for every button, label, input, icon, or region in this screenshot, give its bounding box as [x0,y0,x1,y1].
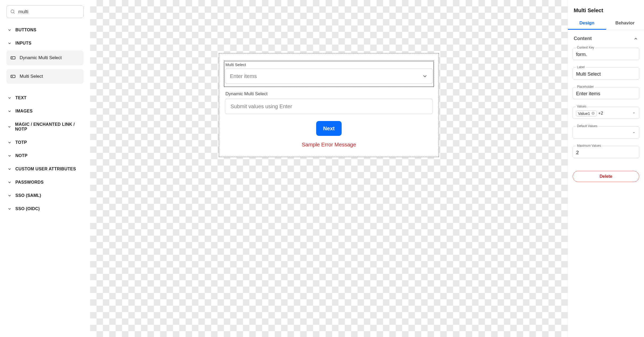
section-header-inputs[interactable]: INPUTS [6,38,84,49]
max-values-input[interactable] [573,146,639,158]
section-buttons: BUTTONS [6,24,84,36]
prop-placeholder: Placeholder [573,87,639,99]
section-items-inputs: Dynamic Multi Select Multi Select [6,49,84,90]
input-icon [10,74,16,79]
chevron-down-icon [7,167,12,171]
palette-item-label: Multi Select [20,74,43,79]
properties-panel: Multi Select Design Behavior Content Con… [568,0,644,337]
chip-label: Value1 [578,111,590,116]
search-wrap [6,5,84,18]
dynamic-multi-label: Dynamic Multi Select [225,91,439,97]
section-label: CUSTOM USER ATTRIBUTES [15,167,76,171]
form-stage[interactable]: Multi Select Enter items Dynamic Multi S… [219,53,439,157]
prop-context-key: Context Key [573,48,639,60]
section-label: SSO (OIDC) [15,206,40,211]
section-header-passwords[interactable]: PASSWORDS [6,177,84,188]
chevron-down-icon [7,180,12,184]
section-header-notp[interactable]: NOTP [6,150,84,161]
chevron-down-icon [7,96,12,100]
values-overflow-count: +2 [598,111,632,116]
next-button[interactable]: Next [316,121,341,136]
values-input[interactable]: Value1 +2 [573,107,639,119]
tab-design[interactable]: Design [568,18,606,30]
section-header-custom-attrs[interactable]: CUSTOM USER ATTRIBUTES [6,163,84,175]
input-icon [10,55,16,61]
svg-rect-3 [11,75,15,77]
error-message: Sample Error Message [219,142,439,148]
chevron-up-icon [633,36,638,41]
palette-item-multi-select[interactable]: Multi Select [6,69,84,84]
panel-tabs: Design Behavior [568,18,644,30]
prop-label: Context Key [576,46,595,49]
group-content-label: Content [574,36,592,41]
placeholder-field[interactable] [576,91,636,97]
svg-rect-2 [11,57,15,59]
section-label: NOTP [15,153,28,158]
svg-point-0 [11,10,14,13]
section-label: TOTP [15,140,27,145]
palette-item-dynamic-multi-select[interactable]: Dynamic Multi Select [6,50,84,65]
section-label: TEXT [15,96,27,100]
section-label: INPUTS [15,41,31,46]
default-values-input[interactable] [573,126,639,139]
caret-down-icon [632,111,636,115]
section-header-totp[interactable]: TOTP [6,137,84,148]
chevron-down-icon [7,109,12,113]
value-chip[interactable]: Value1 [576,110,597,116]
checker-background [90,0,568,337]
section-header-buttons[interactable]: BUTTONS [6,24,84,36]
remove-chip-icon[interactable] [591,111,595,115]
section-header-text[interactable]: TEXT [6,92,84,103]
group-content-header[interactable]: Content [568,30,644,45]
prop-label: Default Values [576,124,598,128]
chevron-down-icon [7,125,11,129]
chevron-down-icon [7,207,12,211]
svg-line-1 [14,12,15,14]
prop-max-values: Maximum Values [573,146,639,158]
default-values-dropdown-toggle[interactable] [632,130,636,136]
multi-select-label: Multi Select [225,62,433,67]
section-label: BUTTONS [15,28,36,32]
prop-label: Label [576,65,586,69]
panel-title: Multi Select [568,7,644,18]
caret-down-icon [632,131,636,135]
section-header-sso-saml[interactable]: SSO (SAML) [6,190,84,201]
values-dropdown-toggle[interactable] [632,111,636,116]
multi-select-input[interactable]: Enter items [225,68,433,84]
search-input[interactable] [6,5,84,18]
dynamic-multi-input[interactable]: Submit values using Enter [225,99,433,114]
label-input[interactable] [573,67,639,80]
multi-select-block-selected[interactable]: Multi Select Enter items [224,61,434,87]
prop-label: Placeholder [576,85,595,89]
context-key-field[interactable] [576,52,636,57]
dynamic-multi-placeholder: Submit values using Enter [230,103,292,110]
max-values-field[interactable] [576,150,636,155]
search-icon [10,9,15,14]
component-palette-sidebar: BUTTONS INPUTS Dynamic Multi Select Mult… [0,0,90,337]
prop-label: Maximum Values [576,144,602,148]
tab-behavior[interactable]: Behavior [606,18,644,30]
chevron-down-icon [7,28,12,32]
placeholder-input[interactable] [573,87,639,99]
chevron-down-icon [422,73,428,79]
prop-label-field: Label [573,67,639,80]
chevron-down-icon [7,193,12,198]
chevron-down-icon [7,140,12,145]
prop-label: Values [576,105,588,108]
section-label: SSO (SAML) [15,193,41,198]
chevron-down-icon [7,41,12,45]
section-label: PASSWORDS [15,180,43,185]
canvas[interactable]: Multi Select Enter items Dynamic Multi S… [90,0,568,337]
palette-item-label: Dynamic Multi Select [20,55,62,61]
section-header-images[interactable]: IMAGES [6,106,84,117]
chevron-down-icon [7,154,12,158]
prop-values: Values Value1 +2 [573,107,639,119]
context-key-input[interactable] [573,48,639,60]
section-label: MAGIC / ENCHANTED LINK / NOTP [15,122,82,132]
section-inputs: INPUTS Dynamic Multi Select Multi Select [6,38,84,90]
section-header-magic[interactable]: MAGIC / ENCHANTED LINK / NOTP [6,119,84,135]
section-header-sso-oidc[interactable]: SSO (OIDC) [6,203,84,214]
label-field[interactable] [576,71,636,77]
delete-button[interactable]: Delete [573,171,639,182]
prop-default-values: Default Values [573,126,639,139]
